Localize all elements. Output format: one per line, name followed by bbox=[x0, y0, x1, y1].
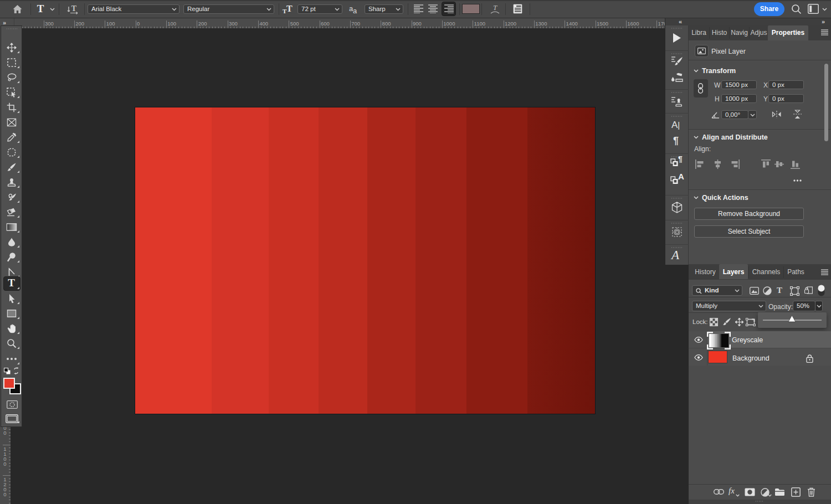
svg-text:T: T bbox=[493, 4, 497, 12]
svg-text:T: T bbox=[71, 4, 77, 13]
